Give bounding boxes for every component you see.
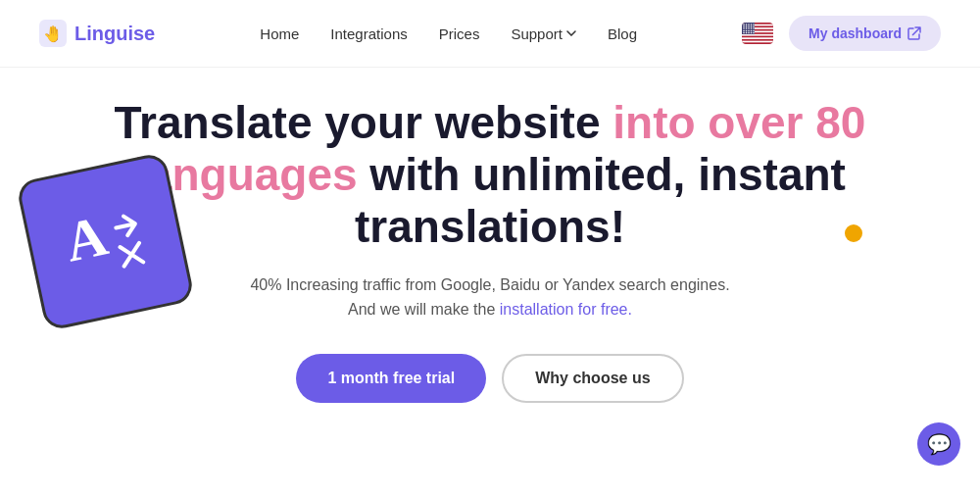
logo-icon: 🤚 [39, 20, 67, 47]
svg-point-29 [753, 30, 755, 32]
hero-title: Translate your website into over 80 lang… [108, 97, 872, 253]
hero-buttons: 1 month free trial Why choose us [296, 354, 683, 403]
svg-point-21 [746, 27, 748, 29]
svg-point-30 [743, 32, 745, 34]
svg-rect-7 [742, 37, 773, 39]
translate-card-decoration: A [16, 152, 196, 332]
svg-rect-8 [742, 41, 773, 43]
free-trial-button[interactable]: 1 month free trial [296, 354, 486, 403]
nav-right: My dashboard [742, 16, 941, 51]
orange-dot-decoration [845, 224, 862, 242]
svg-point-12 [748, 24, 750, 25]
us-flag-icon [742, 23, 773, 44]
svg-point-17 [748, 25, 750, 27]
hero-subtitle: 40% Increasing traffic from Google, Baid… [250, 272, 729, 322]
language-flag-button[interactable] [742, 23, 773, 44]
svg-point-18 [751, 25, 753, 27]
svg-point-15 [743, 25, 745, 27]
dashboard-button[interactable]: My dashboard [789, 16, 941, 51]
nav-support[interactable]: Support [511, 25, 576, 42]
nav-home[interactable]: Home [260, 25, 299, 42]
installation-link[interactable]: installation for free. [500, 301, 632, 318]
logo[interactable]: 🤚 Linguise [39, 20, 155, 47]
chat-icon: 💬 [927, 432, 952, 456]
svg-point-25 [743, 30, 745, 32]
svg-text:🤚: 🤚 [43, 25, 63, 43]
why-choose-us-button[interactable]: Why choose us [502, 354, 683, 403]
navbar: 🤚 Linguise Home Integrations Prices Supp… [0, 0, 980, 68]
svg-point-31 [746, 32, 748, 34]
svg-point-23 [751, 27, 753, 29]
nav-integrations[interactable]: Integrations [330, 25, 407, 42]
svg-point-28 [751, 30, 753, 32]
svg-point-20 [743, 27, 745, 29]
svg-point-33 [751, 32, 753, 34]
svg-rect-6 [742, 34, 773, 36]
svg-point-19 [753, 25, 755, 27]
svg-point-32 [748, 32, 750, 34]
svg-text:A: A [59, 203, 113, 273]
nav-links: Home Integrations Prices Support Blog [260, 25, 637, 42]
chat-bubble-button[interactable]: 💬 [917, 422, 960, 466]
brand-name: Linguise [74, 23, 155, 45]
nav-prices[interactable]: Prices [439, 25, 480, 42]
svg-point-11 [746, 24, 748, 25]
hero-section: A Translate your website into over 80 la… [0, 68, 980, 422]
svg-point-26 [746, 30, 748, 32]
svg-point-16 [746, 25, 748, 27]
svg-point-14 [753, 24, 755, 25]
svg-point-27 [748, 30, 750, 32]
external-link-icon [907, 26, 921, 40]
svg-point-22 [748, 27, 750, 29]
translate-icon: A [54, 194, 157, 289]
svg-point-34 [753, 32, 755, 34]
nav-blog[interactable]: Blog [608, 25, 637, 42]
chevron-down-icon [566, 30, 576, 36]
svg-point-24 [753, 27, 755, 29]
svg-point-13 [751, 24, 753, 25]
svg-point-10 [743, 24, 745, 25]
